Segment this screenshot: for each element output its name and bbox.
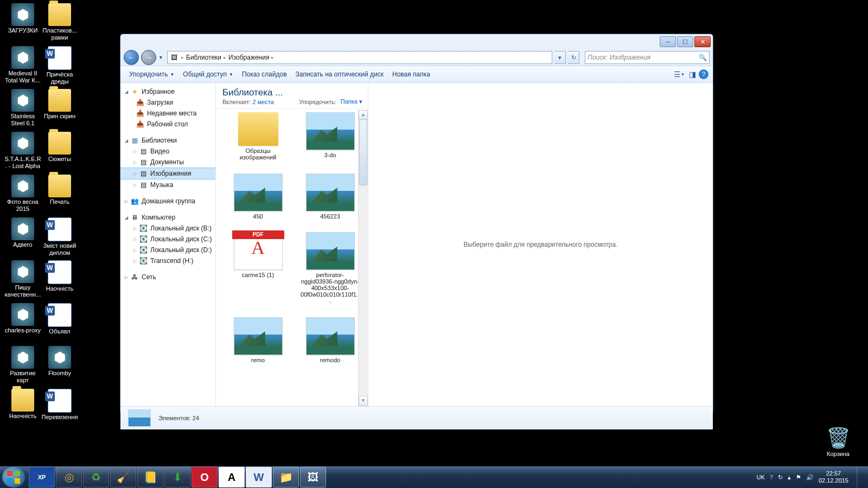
nav-history-dropdown[interactable]: ▼ xyxy=(158,55,165,60)
taskbar-app-opera[interactable]: O xyxy=(192,467,218,487)
app-icon: ⬢ xyxy=(11,132,34,155)
taskbar-app[interactable]: XP xyxy=(29,467,55,487)
sidebar-item[interactable]: ▷💽Transcend (H:) xyxy=(120,255,215,266)
desktop-icon[interactable]: Наочність xyxy=(41,260,79,292)
libraries-header[interactable]: ◢▦Библиотеки xyxy=(120,135,215,146)
desktop-icon[interactable]: Печать xyxy=(41,175,79,206)
clock[interactable]: 22:5702.12.2015 xyxy=(819,470,848,484)
homegroup-header[interactable]: ▷👥Домашняя группа xyxy=(120,196,215,207)
taskbar-app[interactable]: A xyxy=(219,467,245,487)
favorites-header[interactable]: ◢★Избранное xyxy=(120,86,215,97)
computer-header[interactable]: ◢🖥Компьютер xyxy=(120,212,215,223)
sidebar-item[interactable]: ▷💽Локальный диск (C:) xyxy=(120,234,215,245)
desktop-icon[interactable]: ⬢ЗАГРУЗКИ xyxy=(4,3,42,34)
scrollbar[interactable]: ▲ ▼ xyxy=(358,110,368,406)
sort-dropdown[interactable]: Папка ▾ xyxy=(341,98,362,105)
desktop-icon[interactable]: Сюжеты xyxy=(41,132,79,163)
maximize-button[interactable]: ☐ xyxy=(677,36,693,47)
preview-pane-button[interactable]: ◨ xyxy=(686,68,699,81)
taskbar-app-word[interactable]: W xyxy=(246,467,272,487)
desktop-icon[interactable]: Объявл xyxy=(41,303,79,335)
show-desktop-button[interactable] xyxy=(857,467,863,487)
file-item[interactable]: PDFAcarme15 (1) xyxy=(222,231,293,313)
recycle-bin[interactable]: 🗑️ Корзина xyxy=(819,427,857,458)
desktop-icon[interactable]: ⬢S.T.A.L.K.E.R. - Lost Alpha xyxy=(4,132,42,170)
file-item[interactable]: 450 xyxy=(222,172,293,228)
desktop-icon[interactable]: ⬢Развитие карт xyxy=(4,346,42,384)
taskbar-app-photos[interactable]: 🖼 xyxy=(300,467,326,487)
close-button[interactable]: ✕ xyxy=(694,36,711,47)
file-item[interactable]: remodo xyxy=(295,316,366,372)
minimize-button[interactable]: ─ xyxy=(660,36,676,47)
help-tray-icon[interactable]: ? xyxy=(770,474,773,480)
back-button[interactable]: ← xyxy=(124,50,139,65)
taskbar-app[interactable]: ⬇ xyxy=(164,467,190,487)
library-subtitle: Включает: 2 места xyxy=(222,99,287,105)
file-item[interactable]: 456223 xyxy=(295,172,366,228)
file-label: Образцы изображений xyxy=(228,147,288,160)
language-indicator[interactable]: UK xyxy=(757,474,765,480)
breadcrumb-seg[interactable]: Изображения xyxy=(226,54,271,61)
burn-button[interactable]: Записать на оптический диск xyxy=(291,66,388,82)
sidebar-item[interactable]: ▷💽Локальный диск (B:) xyxy=(120,223,215,234)
sidebar-item[interactable]: ▷▤Видео xyxy=(120,146,215,157)
sidebar-item[interactable]: ▷▤Музыка xyxy=(120,179,215,190)
desktop-icon-label: Причёска дреды xyxy=(41,71,79,85)
address-bar[interactable]: 🖼 ▸ Библиотеки ▸ Изображения ▸ xyxy=(167,51,552,64)
forward-button[interactable]: → xyxy=(141,50,156,65)
address-dropdown[interactable]: ▾ xyxy=(554,51,566,64)
titlebar[interactable]: ─ ☐ ✕ xyxy=(120,34,713,49)
taskbar-app[interactable]: 📒 xyxy=(137,467,163,487)
file-item[interactable]: perforator-nggid03936-ngg0dyn-400x533x10… xyxy=(295,231,366,313)
start-button[interactable] xyxy=(2,467,25,487)
sidebar-item[interactable]: 📥Недавние места xyxy=(120,108,215,119)
help-button[interactable]: ? xyxy=(699,69,709,79)
desktop-icon[interactable]: Причёска дреды xyxy=(41,46,79,85)
flag-tray-icon[interactable]: ⚑ xyxy=(796,474,801,481)
taskbar-app[interactable]: ◎ xyxy=(56,467,82,487)
desktop-icon[interactable]: ⬢Medieval II Total War K... xyxy=(4,46,42,84)
share-button[interactable]: Общий доступ▼ xyxy=(178,66,238,82)
slideshow-button[interactable]: Показ слайдов xyxy=(238,66,291,82)
taskbar-app[interactable]: ♻ xyxy=(83,467,109,487)
breadcrumb-seg[interactable]: Библиотеки xyxy=(184,54,224,61)
file-item[interactable]: remo xyxy=(222,316,293,372)
desktop-icon[interactable]: ⬢Stainless Steel 6.1 xyxy=(4,89,42,127)
sync-tray-icon[interactable]: ↻ xyxy=(778,474,783,481)
desktop-icon[interactable]: Наочність xyxy=(4,389,42,420)
sidebar-item[interactable]: ▷▤Документы xyxy=(120,157,215,168)
desktop-icon[interactable]: Прин скрин xyxy=(41,89,79,120)
file-item[interactable]: 3-do xyxy=(295,111,366,169)
refresh-button[interactable]: ↻ xyxy=(568,51,579,64)
desktop-icon[interactable]: Перевезення xyxy=(41,389,79,421)
view-options-button[interactable]: ☰▼ xyxy=(673,68,686,81)
taskbar-app[interactable]: 🧹 xyxy=(110,467,136,487)
desktop-icon[interactable]: Пластиков... рамки xyxy=(41,3,79,41)
new-folder-button[interactable]: Новая папка xyxy=(388,66,435,82)
desktop-icon[interactable]: ⬢Фото весна 2015 xyxy=(4,175,42,213)
homegroup-icon: 👥 xyxy=(130,197,139,206)
desktop-icon-label: Фото весна 2015 xyxy=(4,198,42,213)
sidebar-item[interactable]: 📥Загрузки xyxy=(120,97,215,108)
places-link[interactable]: 2 места xyxy=(252,99,273,105)
volume-tray-icon[interactable]: 🔊 xyxy=(806,474,814,481)
sidebar-item[interactable]: ▷💽Локальный диск (D:) xyxy=(120,245,215,255)
desktop-icon[interactable]: Зміст новий диплом xyxy=(41,217,79,256)
sidebar-item[interactable]: 📥Рабочий стол xyxy=(120,119,215,130)
file-label: remodo xyxy=(301,357,360,363)
sidebar-item[interactable]: ▷▤Изображения xyxy=(120,168,215,179)
taskbar-app-explorer[interactable]: 📁 xyxy=(273,467,299,487)
desktop-icon[interactable]: ⬢charles-proxy xyxy=(4,303,42,334)
scroll-thumb[interactable] xyxy=(359,119,367,185)
scroll-down-button[interactable]: ▼ xyxy=(359,396,368,406)
word-doc-icon xyxy=(48,389,72,413)
desktop-icon[interactable]: ⬢Адвего xyxy=(4,217,42,248)
file-label: remo xyxy=(228,357,288,363)
search-box[interactable]: Поиск: Изображения 🔍 xyxy=(585,51,710,64)
desktop-icon[interactable]: ⬢Пишу качественн... xyxy=(4,260,42,298)
file-item[interactable]: Образцы изображений xyxy=(222,111,293,169)
network-header[interactable]: ▷🖧Сеть xyxy=(120,272,215,282)
organize-button[interactable]: Упорядочить▼ xyxy=(125,66,178,82)
desktop-icon[interactable]: ⬢Floomby xyxy=(41,346,79,377)
tray-expand-icon[interactable]: ▴ xyxy=(788,474,791,481)
